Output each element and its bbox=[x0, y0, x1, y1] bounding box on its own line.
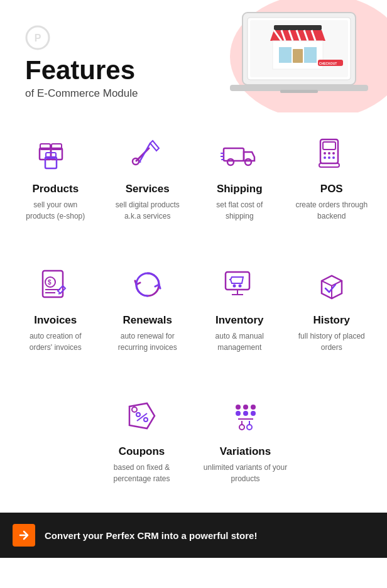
inventory-icon bbox=[217, 263, 261, 307]
svg-point-30 bbox=[328, 156, 330, 159]
coupons-icon bbox=[120, 394, 164, 438]
pos-title: POS bbox=[320, 183, 343, 195]
svg-point-46 bbox=[136, 413, 140, 416]
svg-point-54 bbox=[251, 411, 256, 416]
variations-icon bbox=[224, 394, 268, 438]
svg-point-22 bbox=[227, 159, 234, 165]
svg-rect-32 bbox=[319, 163, 339, 167]
shipping-icon bbox=[217, 131, 261, 175]
history-title: History bbox=[313, 314, 350, 327]
svg-point-23 bbox=[245, 159, 251, 165]
svg-rect-21 bbox=[224, 148, 244, 161]
svg-point-50 bbox=[243, 405, 248, 410]
feature-services: Services sell digital products a.k.a ser… bbox=[105, 119, 191, 231]
variations-desc: unlimited variants of your products bbox=[203, 462, 288, 484]
svg-point-58 bbox=[247, 425, 252, 430]
svg-line-48 bbox=[137, 413, 147, 421]
invoices-title: Invoices bbox=[34, 314, 77, 327]
logo-icon: P bbox=[25, 25, 50, 50]
header-section: CHECKOUT P Features of E-Commerce Module bbox=[0, 0, 387, 112]
svg-point-43 bbox=[239, 285, 242, 288]
products-title: Products bbox=[32, 183, 79, 195]
svg-point-52 bbox=[236, 411, 241, 416]
svg-point-28 bbox=[332, 152, 335, 155]
features-row-1: Products sell your own products (e-shop)… bbox=[0, 112, 387, 244]
footer-cta-text: Convert your Perfex CRM into a powerful … bbox=[45, 530, 257, 541]
svg-point-47 bbox=[144, 418, 148, 422]
svg-point-45 bbox=[132, 407, 137, 412]
feature-renewals: Renewals auto renewal for recurring invo… bbox=[105, 250, 191, 362]
footer-arrow-icon bbox=[13, 524, 35, 547]
page-title: Features bbox=[25, 56, 362, 85]
svg-point-42 bbox=[233, 285, 236, 288]
coupons-title: Coupons bbox=[119, 445, 165, 458]
svg-point-53 bbox=[243, 411, 248, 416]
feature-history: History full history of placed orders bbox=[289, 250, 375, 362]
feature-inventory: Inventory auto & manual management bbox=[197, 250, 283, 362]
feature-invoices: $ Invoices auto creation of orders' invo… bbox=[13, 250, 99, 362]
pos-icon bbox=[310, 131, 354, 175]
feature-products: Products sell your own products (e-shop) bbox=[13, 119, 99, 231]
svg-point-26 bbox=[324, 152, 326, 155]
svg-point-31 bbox=[332, 156, 335, 159]
services-icon bbox=[126, 131, 170, 175]
variations-title: Variations bbox=[220, 445, 271, 458]
inventory-title: Inventory bbox=[215, 314, 264, 327]
shipping-desc: set flat cost of shipping bbox=[203, 199, 276, 222]
svg-text:P: P bbox=[35, 33, 41, 43]
invoices-icon: $ bbox=[33, 263, 77, 307]
svg-rect-38 bbox=[226, 272, 249, 290]
features-row-3: Coupons based on fixed & percentage rate… bbox=[0, 375, 387, 506]
history-desc: full history of placed orders bbox=[295, 330, 369, 353]
feature-variations: Variations unlimited variants of your pr… bbox=[197, 381, 294, 494]
feature-coupons: Coupons based on fixed & percentage rate… bbox=[93, 381, 190, 494]
coupons-desc: based on fixed & percentage rates bbox=[99, 462, 184, 484]
svg-point-57 bbox=[239, 425, 244, 430]
features-row-2: $ Invoices auto creation of orders' invo… bbox=[0, 244, 387, 375]
products-icon bbox=[33, 131, 77, 175]
svg-point-49 bbox=[236, 405, 241, 410]
inventory-desc: auto & manual management bbox=[203, 330, 276, 353]
header-text-block: P Features of E-Commerce Module bbox=[25, 19, 362, 100]
pos-desc: create orders through backend bbox=[295, 199, 369, 222]
history-icon bbox=[310, 263, 354, 307]
svg-point-51 bbox=[251, 405, 256, 410]
services-desc: sell digital products a.k.a services bbox=[111, 199, 185, 222]
invoices-desc: auto creation of orders' invoices bbox=[19, 330, 92, 353]
products-desc: sell your own products (e-shop) bbox=[19, 199, 92, 222]
svg-point-29 bbox=[324, 156, 326, 159]
svg-point-27 bbox=[328, 152, 330, 155]
renewals-title: Renewals bbox=[123, 314, 172, 327]
renewals-icon bbox=[126, 263, 170, 307]
shipping-title: Shipping bbox=[217, 183, 263, 195]
renewals-desc: auto renewal for recurring invoices bbox=[111, 330, 185, 353]
footer-banner: Convert your Perfex CRM into a powerful … bbox=[0, 513, 387, 558]
services-title: Services bbox=[126, 183, 170, 195]
page-subtitle: of E-Commerce Module bbox=[25, 87, 362, 100]
svg-text:$: $ bbox=[48, 279, 52, 286]
feature-pos: POS create orders through backend bbox=[289, 119, 375, 231]
svg-rect-25 bbox=[323, 142, 335, 150]
feature-shipping: Shipping set flat cost of shipping bbox=[197, 119, 283, 231]
